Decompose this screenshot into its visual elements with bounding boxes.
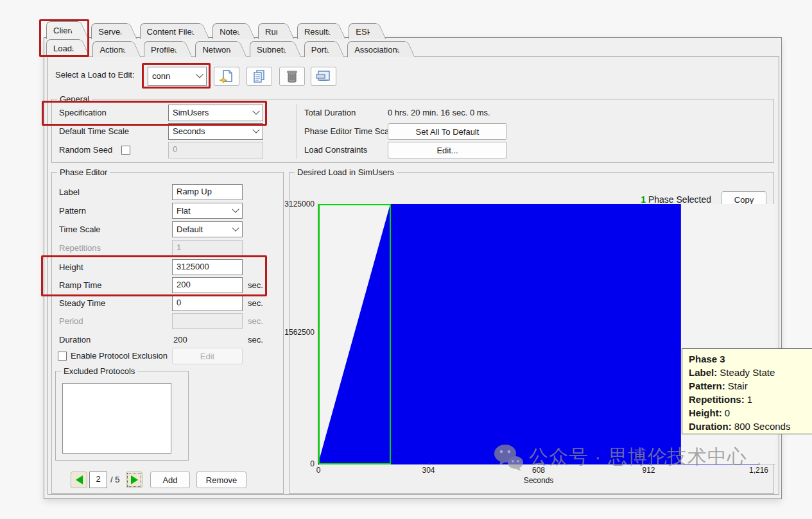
client-sub-tab-bar: Loads Actions Profiles Network Subnets P… — [46, 39, 418, 57]
add-phase-button[interactable]: Add — [150, 472, 190, 488]
tab-subnets[interactable]: Subnets — [250, 41, 291, 57]
load-select-dropdown[interactable]: conn — [148, 67, 207, 86]
phase-editor-group-title: Phase Editor — [57, 167, 110, 177]
enable-protocol-exclusion-checkbox[interactable] — [58, 352, 67, 361]
excluded-protocols-group: Excluded Protocols — [55, 371, 189, 461]
delete-load-button[interactable] — [279, 67, 305, 86]
next-phase-button[interactable] — [126, 472, 143, 488]
tab-client[interactable]: Client — [46, 21, 78, 39]
chevron-down-icon — [252, 108, 259, 115]
excluded-protocols-title: Excluded Protocols — [61, 366, 137, 376]
height-field[interactable]: 3125000 — [172, 259, 243, 275]
chevron-down-icon — [232, 205, 239, 212]
x-axis-tick-label: 1,216 — [749, 466, 768, 475]
x-axis-tick-label: 0 — [316, 466, 321, 475]
left-arrow-icon — [76, 475, 83, 484]
y-axis-tick-label: 0 — [276, 459, 315, 468]
general-group-title: General — [57, 94, 92, 104]
tab-profiles[interactable]: Profiles — [144, 41, 182, 57]
ramp-time-label: Ramp Time — [59, 277, 101, 294]
tab-run[interactable]: Run — [258, 23, 284, 39]
tab-actions[interactable]: Actions — [92, 41, 131, 57]
new-load-icon — [220, 69, 234, 83]
specification-dropdown[interactable]: SimUsers — [168, 105, 263, 121]
copy-load-icon — [252, 69, 266, 83]
tab-content-files[interactable]: Content Files — [140, 23, 200, 39]
steady-time-label: Steady Time — [59, 295, 105, 312]
repetitions-field: 1 — [172, 240, 243, 256]
rename-load-button[interactable] — [311, 67, 336, 86]
load-editor-window: Client Server Content Files Notes Run Re… — [0, 0, 812, 519]
duration-value: 200 — [173, 332, 187, 348]
phase-selected-status: 1 Phase Selected — [616, 194, 711, 205]
phase-selected-count: 1 — [641, 194, 646, 205]
general-divider — [297, 104, 297, 159]
main-tab-bar: Client Server Content Files Notes Run Re… — [46, 21, 389, 39]
ramp-time-field[interactable]: 200 — [172, 277, 243, 293]
set-all-to-default-button[interactable]: Set All To Default — [388, 123, 507, 140]
total-duration-value: 0 hrs. 20 min. 16 sec. 0 ms. — [388, 105, 490, 121]
x-axis-tick-label: 304 — [422, 466, 435, 475]
phase-editor-time-scales-label: Phase Editor Time Scales — [304, 123, 400, 140]
chevron-down-icon — [252, 126, 259, 133]
tab-ports[interactable]: Ports — [304, 41, 334, 57]
tab-network[interactable]: Network — [195, 41, 237, 57]
load-constraints-edit-button[interactable]: Edit... — [388, 142, 507, 158]
tab-loads[interactable]: Loads — [46, 39, 80, 57]
ramp-time-unit: sec. — [248, 277, 263, 294]
remove-phase-button[interactable]: Remove — [196, 472, 246, 488]
chevron-down-icon — [196, 71, 203, 78]
period-label: Period — [59, 313, 83, 330]
specification-label: Specification — [59, 105, 107, 121]
phase-number-field[interactable]: 2 — [89, 472, 107, 488]
load-constraints-label: Load Constraints — [304, 142, 367, 158]
copy-load-button[interactable] — [246, 67, 272, 86]
pattern-dropdown[interactable]: Flat — [172, 203, 243, 219]
chevron-down-icon — [232, 224, 239, 231]
y-axis-tick-label: 1562500 — [276, 328, 315, 337]
new-load-button[interactable] — [214, 67, 239, 86]
random-seed-field: 0 — [168, 142, 263, 158]
duration-label: Duration — [59, 332, 91, 348]
pattern-label: Pattern — [59, 203, 86, 219]
random-seed-checkbox[interactable] — [121, 146, 130, 155]
tab-results[interactable]: Results — [297, 23, 336, 39]
total-duration-label: Total Duration — [304, 105, 356, 121]
steady-time-field[interactable]: 0 — [172, 295, 243, 311]
load-select-value: conn — [152, 71, 170, 81]
x-axis-tick-label: 608 — [532, 466, 545, 475]
delete-load-icon — [286, 69, 298, 83]
prev-phase-button[interactable] — [71, 472, 87, 488]
random-seed-label: Random Seed — [59, 142, 112, 158]
x-axis-title: Seconds — [318, 476, 759, 485]
tab-notes[interactable]: Notes — [212, 23, 245, 39]
phase-label-field[interactable]: Ramp Up — [172, 184, 243, 200]
tab-server[interactable]: Server — [91, 23, 126, 39]
time-scale-dropdown[interactable]: Default — [172, 221, 243, 237]
x-axis-tick-label: 912 — [642, 466, 655, 475]
excluded-protocols-list[interactable] — [62, 383, 171, 454]
right-arrow-icon — [131, 475, 138, 484]
y-axis-tick-label: 3125000 — [276, 200, 315, 208]
rename-load-icon — [316, 70, 331, 83]
tab-esp[interactable]: ESP — [349, 23, 376, 39]
phase-count-label: / 5 — [110, 472, 119, 488]
phase-tooltip: Phase 3 Label: Steady State Pattern: Sta… — [682, 348, 812, 434]
height-label: Height — [59, 259, 83, 276]
desired-load-title: Desired Load in SimUsers — [295, 167, 397, 177]
duration-unit: sec. — [248, 332, 263, 348]
protocol-exclusion-edit-button: Edit — [172, 348, 243, 364]
tooltip-title: Phase 3 — [689, 353, 725, 364]
select-load-label: Select a Load to Edit: — [55, 67, 135, 83]
time-scale-label: Time Scale — [59, 221, 101, 238]
period-unit: sec. — [248, 313, 263, 330]
selected-phase-outline[interactable] — [318, 204, 391, 464]
default-time-scale-label: Default Time Scale — [59, 123, 129, 140]
steady-time-unit: sec. — [248, 295, 263, 312]
period-field — [172, 313, 243, 329]
repetitions-label: Repetitions — [59, 240, 101, 257]
tab-associations[interactable]: Associations — [347, 41, 405, 57]
default-time-scale-dropdown[interactable]: Seconds — [168, 123, 263, 140]
enable-protocol-exclusion-label: Enable Protocol Exclusion — [71, 348, 168, 364]
phase-label-label: Label — [59, 184, 80, 201]
